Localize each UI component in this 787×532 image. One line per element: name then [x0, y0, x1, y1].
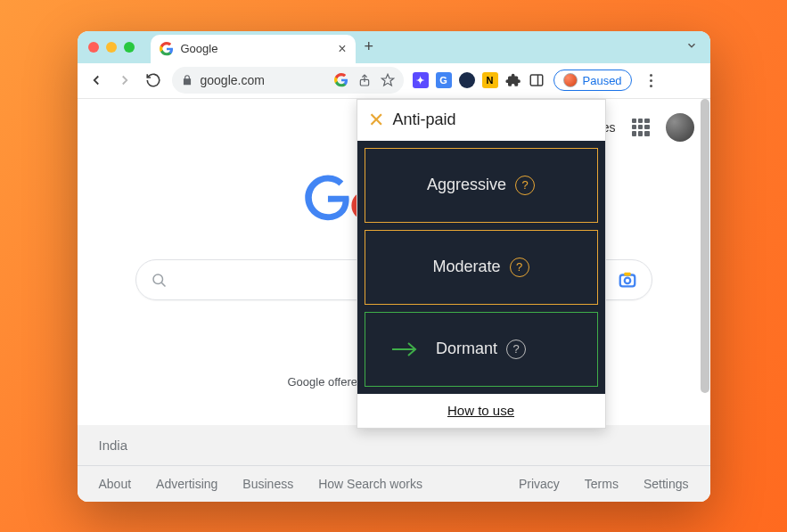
- footer-privacy-link[interactable]: Privacy: [519, 477, 560, 491]
- svg-line-5: [161, 282, 165, 286]
- svg-marker-1: [381, 74, 393, 86]
- browser-menu-button[interactable]: [644, 74, 659, 87]
- profile-avatar-small-icon: [563, 73, 578, 87]
- paused-label: Paused: [583, 74, 622, 87]
- window-controls: [88, 42, 135, 53]
- extension-popup: ✕ Anti-paid Aggressive ? Moderate ? Dorm…: [357, 99, 606, 429]
- extension-translate-icon[interactable]: G: [436, 72, 452, 88]
- help-icon[interactable]: ?: [515, 176, 535, 195]
- address-bar[interactable]: google.com: [172, 67, 404, 94]
- search-icon: [151, 272, 167, 288]
- share-icon[interactable]: [357, 73, 372, 87]
- footer-terms-link[interactable]: Terms: [585, 477, 619, 491]
- footer-how-search-works-link[interactable]: How Search works: [318, 477, 422, 491]
- browser-toolbar: google.com ✦ G N Paused: [78, 63, 710, 99]
- new-tab-button[interactable]: +: [365, 37, 374, 56]
- extension-icon-1[interactable]: ✦: [413, 72, 429, 88]
- footer-country: India: [78, 425, 710, 466]
- option-label: Moderate: [432, 258, 500, 276]
- side-panel-icon[interactable]: [529, 72, 545, 88]
- mode-option-moderate[interactable]: Moderate ?: [365, 230, 598, 305]
- window-titlebar: Google × +: [78, 31, 710, 63]
- footer-settings-link[interactable]: Settings: [644, 477, 689, 491]
- footer-links: About Advertising Business How Search wo…: [78, 466, 710, 502]
- svg-rect-6: [619, 274, 635, 286]
- close-window-icon[interactable]: [88, 42, 99, 53]
- browser-window: Google × + google.com ✦ G N: [78, 31, 710, 502]
- maximize-window-icon[interactable]: [124, 42, 135, 53]
- forward-button[interactable]: [115, 72, 135, 88]
- lock-icon: [181, 74, 193, 86]
- browser-tab[interactable]: Google ×: [151, 35, 356, 63]
- address-bar-actions: [334, 73, 395, 87]
- scrollbar[interactable]: [701, 99, 709, 393]
- tab-close-icon[interactable]: ×: [338, 41, 346, 57]
- extensions-row: ✦ G N: [413, 72, 545, 88]
- svg-point-4: [153, 274, 163, 284]
- popup-footer: How to use: [357, 394, 605, 428]
- reload-button[interactable]: [143, 72, 163, 88]
- extension-icon-3[interactable]: [459, 72, 475, 88]
- popup-logo-icon: ✕: [368, 109, 384, 132]
- footer-about-link[interactable]: About: [99, 477, 132, 491]
- help-icon[interactable]: ?: [506, 340, 526, 359]
- image-search-icon[interactable]: [618, 270, 637, 290]
- svg-rect-8: [624, 272, 630, 275]
- tab-title: Google: [181, 42, 332, 55]
- popup-header: ✕ Anti-paid: [357, 100, 605, 141]
- bookmark-star-icon[interactable]: [381, 73, 395, 87]
- footer-business-link[interactable]: Business: [242, 477, 293, 491]
- svg-point-7: [624, 277, 629, 282]
- help-icon[interactable]: ?: [510, 258, 529, 277]
- google-apps-icon[interactable]: [632, 119, 650, 136]
- footer-advertising-link[interactable]: Advertising: [156, 477, 217, 491]
- google-favicon-icon: [160, 42, 174, 56]
- active-arrow-icon: [390, 340, 419, 358]
- profile-paused-chip[interactable]: Paused: [553, 70, 632, 91]
- option-label: Aggressive: [427, 176, 506, 194]
- popup-options: Aggressive ? Moderate ? Dormant ?: [357, 141, 605, 394]
- page-footer: India About Advertising Business How Sea…: [78, 425, 710, 502]
- mode-option-aggressive[interactable]: Aggressive ?: [365, 148, 598, 223]
- tabs-dropdown-icon[interactable]: [685, 39, 698, 55]
- account-avatar[interactable]: [666, 113, 694, 142]
- back-button[interactable]: [86, 72, 106, 88]
- popup-title: Anti-paid: [393, 110, 456, 129]
- minimize-window-icon[interactable]: [106, 42, 117, 53]
- mode-option-dormant[interactable]: Dormant ?: [365, 312, 598, 387]
- extension-icon-4[interactable]: N: [482, 72, 498, 88]
- how-to-use-link[interactable]: How to use: [447, 403, 514, 418]
- extensions-puzzle-icon[interactable]: [505, 72, 521, 88]
- url-text: google.com: [201, 73, 327, 87]
- option-label: Dormant: [436, 340, 497, 358]
- google-site-icon[interactable]: [334, 73, 348, 87]
- svg-rect-2: [530, 75, 543, 86]
